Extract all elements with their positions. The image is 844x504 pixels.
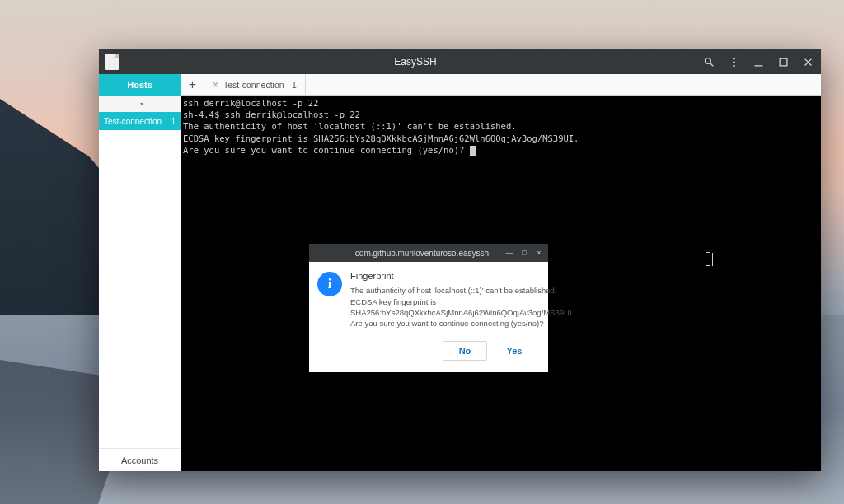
tabbar: + × Test-connection - 1 <box>181 74 821 96</box>
sidebar-item-label: Test-connection <box>104 117 162 126</box>
sidebar-accounts[interactable]: Accounts <box>99 448 181 471</box>
svg-point-1 <box>733 61 735 63</box>
sidebar-item-count: 1 <box>171 117 176 126</box>
dialog-yes-button[interactable]: Yes <box>492 341 537 361</box>
svg-rect-3 <box>754 65 762 66</box>
chevron-down-icon <box>138 100 146 108</box>
info-icon: i <box>317 272 342 296</box>
dialog-no-button[interactable]: No <box>443 341 487 361</box>
window-title: EasySSH <box>129 56 702 68</box>
svg-point-0 <box>733 57 735 59</box>
dialog-line: Are you sure you want to continue connec… <box>350 318 574 329</box>
tab-label: Test-connection - 1 <box>223 80 297 90</box>
terminal-cursor <box>470 146 476 156</box>
document-icon <box>106 54 119 70</box>
dialog-line: SHA256:bYs28qQXkkbcASjMnnA6j62Wln6QOqjAv… <box>350 307 574 318</box>
menu-icon[interactable] <box>727 55 740 68</box>
dialog-heading: Fingerprint <box>350 270 574 282</box>
svg-rect-4 <box>780 58 787 66</box>
fingerprint-dialog: com.github.muriloventuroso.easyssh — □ ×… <box>309 244 548 372</box>
minimize-icon[interactable] <box>752 55 765 68</box>
sidebar-group-toggle[interactable] <box>99 96 181 112</box>
sidebar-header: Hosts <box>99 74 181 96</box>
dialog-line: ECDSA key fingerprint is <box>350 296 574 307</box>
new-tab-button[interactable]: + <box>181 74 204 95</box>
sidebar: Hosts Test-connection 1 Accounts <box>99 74 181 471</box>
dialog-close-icon[interactable]: × <box>535 249 543 257</box>
dialog-window-title: com.github.muriloventuroso.easyssh <box>339 249 505 258</box>
svg-point-2 <box>733 64 735 67</box>
text-insert-cursor-icon <box>707 252 717 267</box>
window-titlebar[interactable]: EasySSH <box>99 49 821 74</box>
dialog-maximize-icon[interactable]: □ <box>520 249 528 257</box>
search-icon[interactable] <box>702 55 715 68</box>
dialog-titlebar[interactable]: com.github.muriloventuroso.easyssh — □ × <box>309 244 548 262</box>
maximize-icon[interactable] <box>776 55 790 68</box>
close-icon[interactable] <box>801 55 814 68</box>
sidebar-item-test-connection[interactable]: Test-connection 1 <box>99 112 181 130</box>
tab-test-connection[interactable]: × Test-connection - 1 <box>204 74 306 95</box>
dialog-minimize-icon[interactable]: — <box>505 249 513 257</box>
dialog-content: Fingerprint The authenticity of host 'lo… <box>350 270 574 329</box>
dialog-line: The authenticity of host 'localhost (::1… <box>350 285 574 296</box>
tab-close-icon[interactable]: × <box>213 79 218 91</box>
